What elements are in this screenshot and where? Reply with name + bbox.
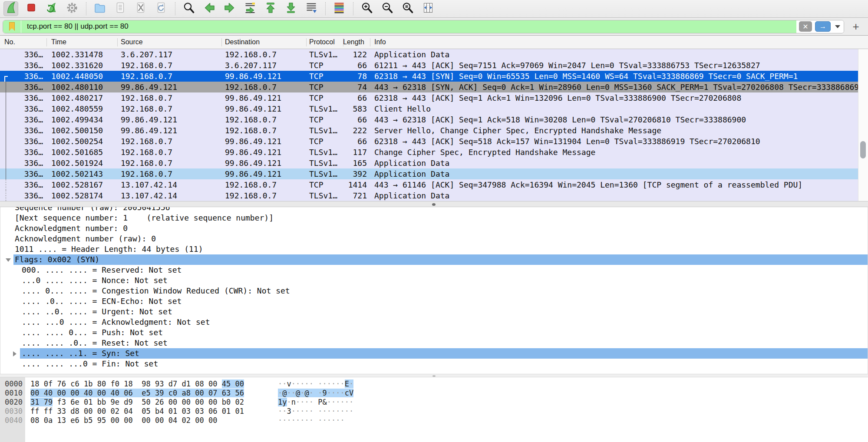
detail-line[interactable]: 000. .... .... = Reserved: Not set [0, 265, 868, 275]
chevron-right-icon[interactable] [13, 351, 17, 356]
go-to-packet-button[interactable] [243, 1, 257, 16]
packet-row[interactable]: 336…1002.3314783.6.207.117192.168.0.7TLS… [0, 49, 858, 60]
packet-row[interactable]: 336…1002.49943499.86.49.121192.168.0.7TC… [0, 114, 858, 125]
display-filter-text[interactable]: tcp.port == 80 || udp.port == 80 [21, 22, 129, 31]
detail-line[interactable]: 1011 .... = Header Length: 44 bytes (11) [0, 244, 868, 254]
hex-bytes[interactable]: ff ff 33 d8 00 00 02 04 05 b4 01 03 03 0… [30, 407, 244, 416]
packet-row[interactable]: 336…1002.331620192.168.0.73.6.207.117TCP… [0, 60, 858, 71]
apply-filter-button[interactable]: → [815, 21, 831, 32]
hex-bytes[interactable]: 31 79 f3 6e 01 bb 9e d9 50 26 00 00 00 0… [30, 398, 244, 407]
chevron-down-icon[interactable] [6, 258, 11, 262]
column-separator[interactable] [117, 38, 118, 46]
packet-list-scrollbar[interactable] [858, 49, 868, 201]
capture-options-button[interactable] [65, 1, 79, 16]
zoom-in-button[interactable] [360, 1, 374, 16]
packet-row[interactable]: 336…1002.502143192.168.0.799.86.49.121TL… [0, 168, 858, 179]
hex-row[interactable]: 0030ff ff 33 d8 00 00 02 04 05 b4 01 03 … [0, 407, 868, 416]
detail-line[interactable]: Flags: 0x002 (SYN) [0, 254, 868, 265]
next-packet-button[interactable] [222, 1, 237, 16]
detail-line[interactable]: Sequence number (raw): 2005041556 [0, 207, 868, 213]
detail-line[interactable]: .... .... ...0 = Fin: Not set [0, 359, 868, 369]
colorize-packets-button[interactable] [332, 1, 347, 16]
column-separator[interactable] [221, 38, 222, 46]
hex-row[interactable]: 004008 0a 13 e6 b5 95 00 00 00 00 04 02 … [0, 416, 868, 425]
column-header-length[interactable]: Length [343, 36, 370, 49]
packet-row[interactable]: 336…1002.50015099.86.49.121192.168.0.7TL… [0, 125, 858, 136]
pane-splitter-top[interactable] [0, 201, 868, 207]
packet-row[interactable]: 336…1002.500254192.168.0.799.86.49.121TC… [0, 136, 858, 147]
packet-row[interactable]: 336…1002.52816713.107.42.14192.168.0.7TC… [0, 179, 858, 190]
hex-row[interactable]: 002031 79 f3 6e 01 bb 9e d9 50 26 00 00 … [0, 398, 868, 407]
column-separator[interactable] [306, 38, 307, 46]
packet-row[interactable]: 336…1002.501685192.168.0.799.86.49.121TL… [0, 147, 858, 158]
auto-scroll-button[interactable] [304, 1, 319, 16]
cell-source: 13.107.42.14 [117, 179, 221, 190]
hex-bytes[interactable]: 18 0f 76 c6 1b 80 f0 18 98 93 d7 d1 08 0… [30, 379, 244, 389]
hex-row[interactable]: 001000 40 00 00 40 00 40 06 e5 39 c0 a8 … [0, 389, 868, 398]
cell-destination: 192.168.0.7 [221, 49, 306, 60]
detail-line[interactable]: [Next sequence number: 1 (relative seque… [0, 213, 868, 223]
close-file-button[interactable] [133, 1, 148, 16]
detail-line[interactable]: .... .0.. .... = ECN-Echo: Not set [0, 296, 868, 307]
open-file-button[interactable] [92, 1, 107, 16]
hex-row[interactable]: 000018 0f 76 c6 1b 80 f0 18 98 93 d7 d1 … [0, 379, 868, 389]
column-header-destination[interactable]: Destination [225, 36, 306, 49]
packet-row[interactable]: 336…1002.52817413.107.42.14192.168.0.7TL… [0, 190, 858, 201]
detail-line[interactable]: ...0 .... .... = Nonce: Not set [0, 275, 868, 286]
column-header-source[interactable]: Source [121, 36, 221, 49]
filter-bookmark-button[interactable] [3, 20, 21, 33]
detail-line[interactable]: .... .... .0.. = Reset: Not set [0, 338, 868, 348]
hex-bytes[interactable]: 08 0a 13 e6 b5 95 00 00 00 00 04 02 00 0… [30, 416, 218, 425]
cell-protocol: TLSv1… [306, 49, 343, 60]
find-packet-button[interactable] [182, 1, 196, 16]
cell-destination: 3.6.207.117 [221, 60, 306, 71]
hex-ascii[interactable]: ·@··@·@· ·9····cV [278, 389, 353, 398]
reload-file-button[interactable] [154, 1, 168, 16]
hex-ascii[interactable]: 1y·n···· P&······ [278, 398, 353, 407]
cell-no: 336… [0, 103, 46, 114]
cell-protocol: TCP [306, 92, 343, 103]
previous-packet-button[interactable] [202, 1, 217, 16]
column-separator[interactable] [46, 38, 47, 46]
zoom-reset-button[interactable] [400, 1, 415, 16]
display-filter-area[interactable]: tcp.port == 80 || udp.port == 80 [3, 20, 796, 33]
detail-line[interactable]: .... .... 0... = Push: Not set [0, 327, 868, 338]
column-header-no[interactable]: No. [4, 36, 46, 49]
detail-line[interactable]: Acknowledgment number (raw): 0 [0, 234, 868, 244]
column-header-protocol[interactable]: Protocol [309, 36, 343, 49]
hex-ascii[interactable]: ········ ······ [278, 416, 345, 425]
column-separator[interactable] [343, 38, 343, 46]
start-capture-button[interactable] [3, 1, 18, 16]
packet-row[interactable]: 336…1002.448050192.168.0.799.86.49.121TC… [0, 71, 858, 82]
stop-capture-button[interactable] [24, 1, 39, 16]
packet-row[interactable]: 336…1002.480217192.168.0.799.86.49.121TC… [0, 92, 858, 103]
packet-row[interactable]: 336…1002.480559192.168.0.799.86.49.121TL… [0, 103, 858, 114]
hex-ascii[interactable]: ··v····· ······E· [278, 379, 353, 389]
packet-row[interactable]: 336…1002.48011099.86.49.121192.168.0.7TC… [0, 82, 858, 92]
first-packet-button[interactable] [263, 1, 278, 16]
filter-dropdown-caret-icon[interactable] [835, 25, 840, 28]
scrollbar-thumb[interactable] [860, 141, 866, 158]
display-filter-input[interactable]: tcp.port == 80 || udp.port == 80 ✕ → [3, 20, 844, 33]
resize-columns-button[interactable] [421, 1, 436, 16]
detail-line[interactable]: .... ...0 .... = Acknowledgment: Not set [0, 317, 868, 327]
column-header-info[interactable]: Info [374, 36, 858, 49]
detail-line[interactable]: Acknowledgment number: 0 [0, 223, 868, 234]
zoom-out-button[interactable] [380, 1, 395, 16]
detail-line[interactable]: .... 0... .... = Congestion Window Reduc… [0, 286, 868, 296]
clear-filter-button[interactable]: ✕ [799, 21, 812, 32]
detail-line[interactable]: .... .... ..1. = Syn: Set [0, 348, 868, 359]
save-file-button[interactable] [113, 1, 128, 16]
detail-line[interactable]: .... ..0. .... = Urgent: Not set [0, 307, 868, 317]
hex-ascii[interactable]: ··3····· ········ [278, 407, 353, 416]
main-toolbar [0, 0, 868, 18]
packet-details-pane: Sequence number (raw): 2005041556[Next s… [0, 207, 868, 374]
last-packet-button[interactable] [284, 1, 298, 16]
add-filter-button[interactable]: + [849, 20, 862, 33]
column-header-time[interactable]: Time [51, 36, 117, 49]
packet-row[interactable]: 336…1002.501924192.168.0.799.86.49.121TL… [0, 158, 858, 168]
hex-bytes[interactable]: 00 40 00 00 40 00 40 06 e5 39 c0 a8 00 0… [30, 389, 244, 398]
column-separator[interactable] [370, 38, 370, 46]
restart-capture-button[interactable] [44, 1, 59, 16]
pane-splitter-bottom[interactable] [0, 374, 868, 377]
